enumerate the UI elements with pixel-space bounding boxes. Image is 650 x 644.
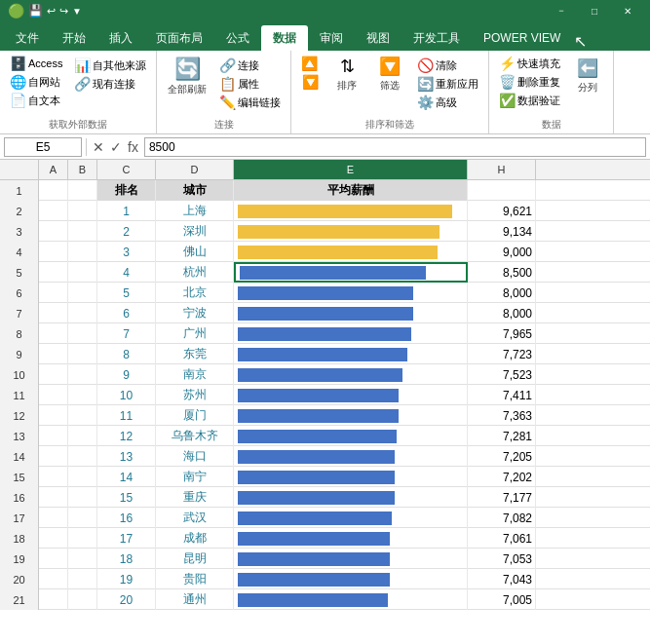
tab-power-view[interactable]: POWER VIEW <box>472 25 572 51</box>
col-header-h[interactable]: H <box>468 160 536 179</box>
cell-city[interactable]: 南宁 <box>156 467 234 487</box>
cell-a[interactable] <box>39 323 68 344</box>
cell-city[interactable]: 宁波 <box>156 303 234 323</box>
cell-value[interactable]: 7,061 <box>468 528 536 549</box>
cell-city[interactable]: 北京 <box>156 283 234 303</box>
cell-a[interactable] <box>39 569 68 589</box>
tab-page-layout[interactable]: 页面布局 <box>144 25 214 51</box>
cell-salary-bar[interactable] <box>234 549 468 569</box>
cell-salary-bar[interactable] <box>234 385 468 405</box>
cell-value[interactable]: 9,134 <box>468 221 536 242</box>
quick-save-icon[interactable]: 💾 <box>28 4 43 18</box>
close-button[interactable]: ✕ <box>613 0 642 21</box>
cell-b[interactable] <box>68 262 97 283</box>
cell-b[interactable] <box>68 221 97 242</box>
cell-rank[interactable]: 10 <box>97 385 156 405</box>
cell-rank[interactable]: 排名 <box>97 180 156 201</box>
cell-b[interactable] <box>68 201 97 221</box>
cell-rank[interactable]: 11 <box>97 405 156 426</box>
cell-salary-bar[interactable] <box>234 303 468 323</box>
sort-button[interactable]: ⇅ 排序 <box>327 55 366 95</box>
cell-rank[interactable]: 18 <box>97 549 156 569</box>
cell-a[interactable] <box>39 405 68 426</box>
insert-function-button[interactable]: fx <box>126 139 140 155</box>
cell-a[interactable] <box>39 180 68 201</box>
cell-salary-bar[interactable] <box>234 528 468 549</box>
cell-b[interactable] <box>68 180 97 201</box>
cell-a[interactable] <box>39 589 68 610</box>
cell-rank[interactable]: 9 <box>97 364 156 385</box>
col-header-b[interactable]: B <box>68 160 97 179</box>
cell-b[interactable] <box>68 446 97 467</box>
cell-value[interactable]: 7,523 <box>468 364 536 385</box>
cell-city[interactable]: 苏州 <box>156 385 234 405</box>
cell-rank[interactable]: 20 <box>97 589 156 610</box>
cell-rank[interactable]: 15 <box>97 487 156 508</box>
customize-icon[interactable]: ▼ <box>72 6 82 17</box>
cell-rank[interactable]: 4 <box>97 262 156 283</box>
cell-b[interactable] <box>68 589 97 610</box>
cell-b[interactable] <box>68 283 97 303</box>
cell-value[interactable]: 7,281 <box>468 426 536 446</box>
cell-a[interactable] <box>39 487 68 508</box>
refresh-all-button[interactable]: 🔄 全部刷新 <box>163 55 211 98</box>
cell-a[interactable] <box>39 242 68 262</box>
col-header-e[interactable]: E <box>234 160 468 179</box>
formula-input[interactable] <box>144 137 646 157</box>
cell-a[interactable] <box>39 426 68 446</box>
cell-b[interactable] <box>68 467 97 487</box>
tab-developer[interactable]: 开发工具 <box>401 25 472 51</box>
filter-button[interactable]: 🔽 筛选 <box>370 55 409 95</box>
access-button[interactable]: 🗄️ Access <box>6 55 66 72</box>
cell-value[interactable]: 7,363 <box>468 405 536 426</box>
web-button[interactable]: 🌐 自网站 <box>6 73 66 91</box>
cancel-formula-button[interactable]: ✕ <box>91 139 106 155</box>
cell-salary-bar[interactable] <box>234 426 468 446</box>
cell-a[interactable] <box>39 364 68 385</box>
cell-rank[interactable]: 3 <box>97 242 156 262</box>
cell-value[interactable]: 7,965 <box>468 323 536 344</box>
cell-value[interactable]: 8,000 <box>468 283 536 303</box>
cell-b[interactable] <box>68 426 97 446</box>
cell-b[interactable] <box>68 364 97 385</box>
confirm-formula-button[interactable]: ✓ <box>108 139 124 155</box>
cell-a[interactable] <box>39 283 68 303</box>
cell-city[interactable]: 深圳 <box>156 221 234 242</box>
edit-links-button[interactable]: ✏️ 编辑链接 <box>215 94 285 111</box>
sort-asc-button[interactable]: 🔼 <box>297 55 324 72</box>
cell-salary-bar[interactable] <box>234 467 468 487</box>
cell-city[interactable]: 南京 <box>156 364 234 385</box>
cell-city[interactable]: 贵阳 <box>156 569 234 589</box>
cell-rank[interactable]: 14 <box>97 467 156 487</box>
tab-formula[interactable]: 公式 <box>214 25 261 51</box>
cell-value[interactable]: 7,202 <box>468 467 536 487</box>
cell-value[interactable]: 9,621 <box>468 201 536 221</box>
cell-value[interactable]: 7,082 <box>468 508 536 528</box>
minimize-button[interactable]: － <box>547 0 576 21</box>
cell-rank[interactable]: 6 <box>97 303 156 323</box>
existing-connection-button[interactable]: 🔗 现有连接 <box>70 75 150 93</box>
cell-a[interactable] <box>39 467 68 487</box>
cell-b[interactable] <box>68 569 97 589</box>
cell-rank[interactable]: 1 <box>97 201 156 221</box>
cell-city[interactable]: 通州 <box>156 589 234 610</box>
flash-fill-button[interactable]: ⚡ 快速填充 <box>495 55 564 72</box>
col-header-c[interactable]: C <box>97 160 156 179</box>
cell-a[interactable] <box>39 549 68 569</box>
cell-rank[interactable]: 16 <box>97 508 156 528</box>
cell-rank[interactable]: 12 <box>97 426 156 446</box>
cell-a[interactable] <box>39 446 68 467</box>
cell-salary-bar[interactable] <box>234 364 468 385</box>
clear-button[interactable]: 🚫 清除 <box>413 57 482 74</box>
cell-value[interactable]: 7,411 <box>468 385 536 405</box>
cell-b[interactable] <box>68 405 97 426</box>
cell-value[interactable]: 8,000 <box>468 303 536 323</box>
cell-city[interactable]: 武汉 <box>156 508 234 528</box>
cell-city[interactable]: 佛山 <box>156 242 234 262</box>
redo-icon[interactable]: ↪ <box>59 5 68 18</box>
cell-salary-bar[interactable]: 平均薪酬 <box>234 180 468 201</box>
cell-b[interactable] <box>68 385 97 405</box>
cell-a[interactable] <box>39 528 68 549</box>
cell-value[interactable]: 8,500 <box>468 262 536 283</box>
remove-duplicates-button[interactable]: 🗑️ 删除重复 <box>495 73 564 91</box>
